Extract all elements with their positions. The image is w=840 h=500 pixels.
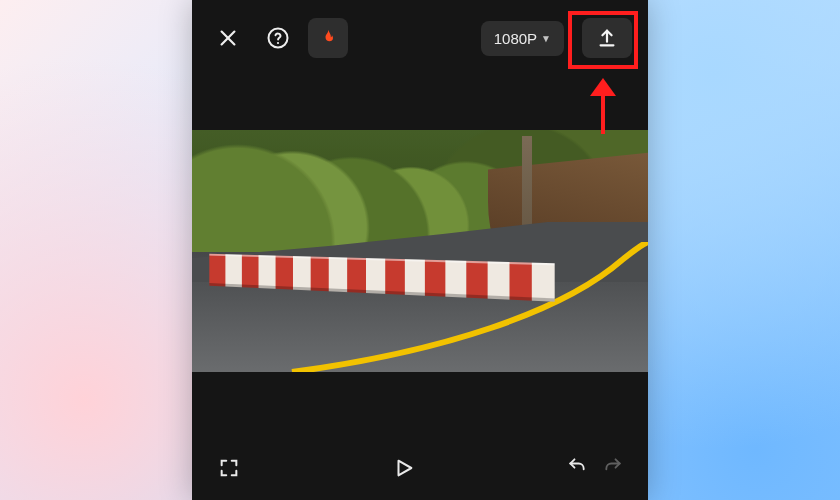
resolution-dropdown[interactable]: 1080P ▼ — [481, 21, 564, 56]
help-icon — [266, 26, 290, 50]
export-button[interactable] — [582, 18, 632, 58]
svg-point-3 — [277, 42, 279, 44]
video-editor-panel: 1080P ▼ — [192, 0, 648, 500]
svg-marker-4 — [399, 461, 412, 476]
top-bar: 1080P ▼ — [192, 0, 648, 58]
trending-button[interactable] — [308, 18, 348, 58]
svg-marker-5 — [590, 78, 616, 96]
help-button[interactable] — [258, 18, 298, 58]
annotation-arrow — [588, 78, 618, 134]
play-icon — [393, 456, 415, 480]
undo-button[interactable] — [566, 456, 588, 480]
play-button[interactable] — [390, 454, 418, 482]
resolution-label: 1080P — [494, 30, 537, 47]
fire-icon — [318, 27, 338, 49]
close-icon — [217, 27, 239, 49]
upload-icon — [596, 27, 618, 49]
fullscreen-icon — [218, 457, 240, 479]
redo-button[interactable] — [602, 456, 624, 480]
fullscreen-button[interactable] — [216, 455, 242, 481]
chevron-down-icon: ▼ — [541, 33, 551, 44]
history-controls — [566, 456, 624, 480]
undo-icon — [566, 456, 588, 476]
close-button[interactable] — [208, 18, 248, 58]
redo-icon — [602, 456, 624, 476]
video-preview[interactable] — [192, 130, 648, 372]
bottom-bar — [192, 454, 648, 482]
